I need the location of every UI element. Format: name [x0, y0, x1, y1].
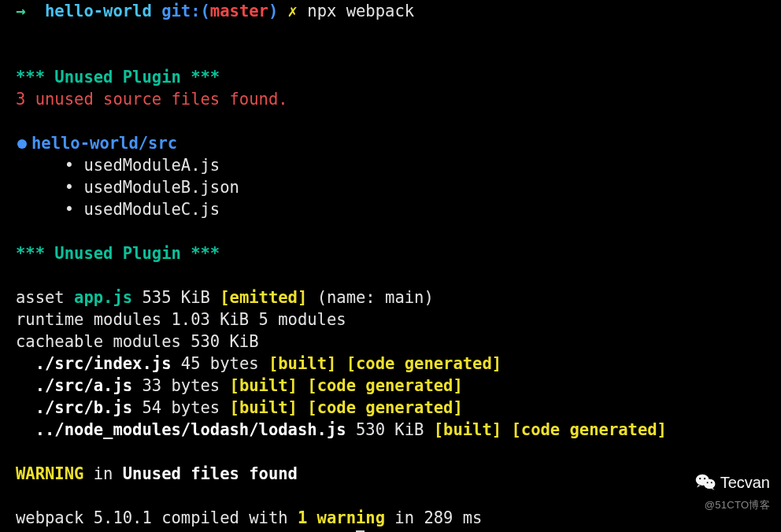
module-line: ./src/b.js 54 bytes [built] [code genera…	[16, 397, 765, 419]
module-path: ../node_modules/lodash/lodash.js	[35, 420, 346, 439]
asset-suffix: (name: main)	[317, 288, 434, 307]
warning-line: WARNING in Unused files found	[16, 463, 765, 485]
blank-line	[16, 220, 765, 242]
summary-line: webpack 5.10.1 compiled with 1 warning i…	[16, 507, 765, 529]
list-item: • usedModuleB.json	[16, 176, 765, 198]
file-name: usedModuleB.json	[83, 178, 239, 197]
module-badge: [built] [code generated]	[268, 354, 502, 373]
prompt-line[interactable]: → hello-world git:(master) ✗ npx webpack	[16, 0, 765, 22]
warning-message: Unused files found	[123, 464, 298, 483]
blank-line	[16, 441, 765, 463]
module-line: ./src/a.js 33 bytes [built] [code genera…	[16, 375, 765, 397]
blank-line	[16, 485, 765, 507]
runtime-line: runtime modules 1.03 KiB 5 modules	[16, 308, 765, 331]
warning-label: WARNING	[16, 464, 83, 483]
prompt-command: npx webpack	[307, 2, 414, 20]
module-line: ../node_modules/lodash/lodash.js 530 KiB…	[16, 419, 765, 441]
blank-line	[16, 44, 765, 66]
bullet-icon: •	[65, 156, 74, 175]
module-badge: [built] [code generated]	[230, 376, 463, 395]
module-path: ./src/a.js	[35, 376, 132, 395]
prompt-dir: hello-world	[45, 2, 152, 20]
plugin-header: *** Unused Plugin ***	[16, 242, 765, 264]
module-badge: [built] [code generated]	[434, 420, 667, 439]
plugin-header: *** Unused Plugin ***	[16, 66, 765, 88]
bullet-icon: •	[65, 200, 74, 219]
unused-message: 3 unused source files found.	[16, 88, 765, 110]
module-path: ./src/b.js	[35, 398, 132, 417]
summary-pre: webpack 5.10.1 compiled with	[16, 508, 288, 527]
file-name: usedModuleA.js	[83, 156, 220, 175]
asset-line: asset app.js 535 KiB [emitted] (name: ma…	[16, 286, 765, 308]
emitted-badge: [emitted]	[220, 288, 307, 307]
summary-warning-count: 1 warning	[298, 508, 385, 527]
module-size: 530 KiB	[356, 420, 424, 439]
list-item: • usedModuleA.js	[16, 154, 765, 176]
warning-in: in	[94, 464, 113, 483]
next-prompt-line[interactable]	[16, 529, 765, 532]
module-size: 45 bytes	[181, 354, 259, 373]
module-badge: [built] [code generated]	[230, 398, 463, 417]
module-path: ./src/index.js	[35, 354, 172, 373]
source-path: hello-world/src	[31, 134, 177, 153]
bullet-icon	[17, 139, 27, 149]
blank-line	[16, 264, 765, 286]
summary-post: in 289 ms	[394, 508, 482, 527]
module-size: 33 bytes	[142, 376, 220, 395]
blank-line	[16, 22, 765, 44]
prompt-dirty-icon: ✗	[288, 2, 298, 20]
prompt-paren-open: (	[201, 2, 210, 20]
prompt-paren-close: )	[268, 2, 278, 20]
bullet-icon: •	[65, 178, 74, 197]
module-line: ./src/index.js 45 bytes [built] [code ge…	[16, 353, 765, 375]
blank-line	[16, 110, 765, 132]
module-size: 54 bytes	[142, 398, 220, 417]
prompt-arrow-icon: →	[16, 2, 25, 20]
prompt-branch: master	[210, 2, 268, 20]
list-item: • usedModuleC.js	[16, 198, 765, 220]
source-path-line: hello-world/src	[16, 132, 765, 154]
asset-size: 535 KiB	[142, 288, 209, 307]
asset-name: app.js	[74, 288, 132, 307]
file-name: usedModuleC.js	[83, 200, 220, 219]
prompt-git-prefix: git:	[161, 2, 200, 20]
cacheable-line: cacheable modules 530 KiB	[16, 331, 765, 353]
